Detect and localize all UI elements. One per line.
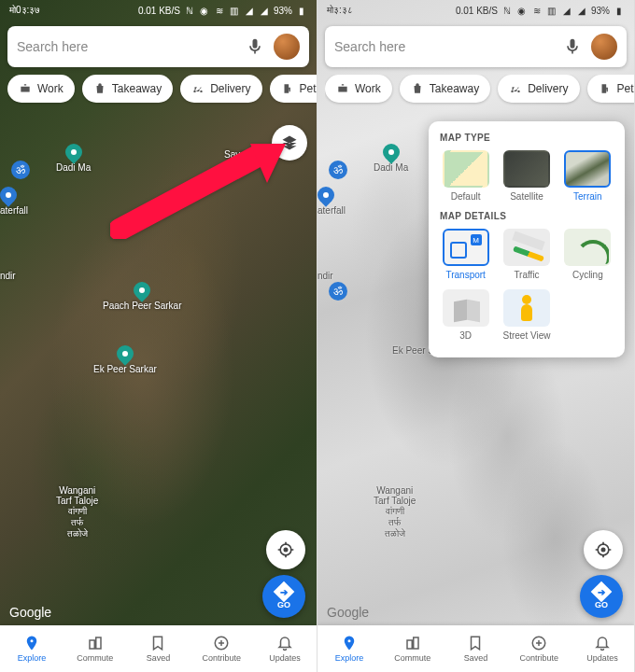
wifi-icon: ◢ <box>244 5 255 16</box>
poi-wangani[interactable]: Wangani Tarf Taloje वांगणी तर्फ तळोजे <box>56 485 98 539</box>
plus-circle-icon <box>530 635 547 651</box>
locate-button[interactable] <box>584 530 623 569</box>
data-rate: 0.01 KB/S <box>138 6 180 16</box>
pump-icon <box>599 82 612 95</box>
map-details-row-1: Transport Traffic Cycling <box>440 229 614 280</box>
go-button[interactable]: ➔ GO <box>262 575 305 618</box>
bookmark-icon <box>467 635 484 651</box>
chip-delivery[interactable]: Delivery <box>498 75 579 103</box>
tile-default[interactable]: Default <box>440 150 491 202</box>
search-bar[interactable]: Search here <box>325 26 627 67</box>
poi-label: Wangani Tarf Taloje वांगणी तर्फ तळोजे <box>56 485 98 539</box>
mic-icon[interactable] <box>563 37 582 56</box>
plus-circle-icon <box>213 635 230 651</box>
chip-row[interactable]: Work Takeaway Delivery Petrol <box>325 75 634 106</box>
avatar[interactable] <box>274 34 300 60</box>
chip-work[interactable]: Work <box>325 75 392 103</box>
chip-label: Work <box>37 82 64 95</box>
nav-label: Updates <box>586 653 618 663</box>
signal-icon: ◢ <box>576 5 587 16</box>
building-icon <box>404 635 421 651</box>
battery-pct: 93% <box>591 6 610 16</box>
bottom-nav: Explore Commute Saved Contribute Updates <box>0 625 317 672</box>
svg-point-3 <box>284 548 287 551</box>
location-icon: ◉ <box>516 5 528 16</box>
nav-label: Commute <box>394 653 430 663</box>
status-bar: मो0३:३७ 0.01 KB/S ℕ ◉ ≋ ▥ ◢ ◢ 93% ▮ <box>0 0 317 21</box>
chip-petrol[interactable]: Petrol <box>587 75 635 103</box>
chip-delivery[interactable]: Delivery <box>180 75 261 103</box>
nav-saved[interactable]: Saved <box>127 625 190 672</box>
crosshair-icon <box>276 540 295 559</box>
poi-label: aterfall <box>318 205 346 216</box>
nav-contribute[interactable]: Contribute <box>507 625 571 672</box>
tile-terrain[interactable]: Terrain <box>562 150 614 202</box>
poi-label: aterfall <box>0 205 28 216</box>
nav-saved[interactable]: Saved <box>444 625 508 672</box>
bottom-nav: Explore Commute Saved Contribute Updates <box>318 625 634 672</box>
chip-label: Delivery <box>210 82 250 95</box>
chip-takeaway[interactable]: Takeaway <box>82 75 173 103</box>
chip-label: Takeaway <box>112 82 162 95</box>
thumb-satellite-icon <box>503 150 550 188</box>
building-icon <box>87 635 104 651</box>
poi-ndir[interactable]: ndir <box>318 271 333 281</box>
nav-explore[interactable]: Explore <box>318 625 381 672</box>
thumb-traffic-icon <box>503 229 550 266</box>
go-button[interactable]: ➔ GO <box>580 575 623 618</box>
battery-icon: ▮ <box>296 5 307 16</box>
bookmark-icon <box>149 635 166 651</box>
status-time: मो0३:३७ <box>9 5 40 16</box>
nav-contribute[interactable]: Contribute <box>190 625 253 672</box>
poi-ndir[interactable]: ndir <box>0 271 16 281</box>
nav-explore[interactable]: Explore <box>0 625 64 672</box>
tile-label: Satellite <box>510 191 543 202</box>
chip-petrol[interactable]: Petrol <box>270 75 318 103</box>
nav-updates[interactable]: Updates <box>571 625 634 672</box>
tile-cycling[interactable]: Cycling <box>562 229 614 280</box>
avatar[interactable] <box>591 34 617 60</box>
chip-row[interactable]: Work Takeaway Delivery Petrol <box>7 75 317 106</box>
locate-button[interactable] <box>266 530 305 569</box>
nav-commute[interactable]: Commute <box>381 625 444 672</box>
chip-work[interactable]: Work <box>7 75 75 103</box>
svg-point-10 <box>601 548 604 551</box>
poi-label: ndir <box>318 271 333 281</box>
tile-label: Terrain <box>573 191 602 202</box>
thumb-cycling-icon <box>564 229 611 266</box>
thumb-default-icon <box>443 150 489 188</box>
poi-wangani[interactable]: Wangani Tarf Taloje वांगणी तर्फ तळोजे <box>374 485 416 539</box>
poi-dadi-ma[interactable]: Dadi Ma <box>374 144 408 173</box>
scooter-icon <box>509 82 522 95</box>
bag-icon <box>411 82 424 95</box>
search-placeholder: Search here <box>17 39 246 54</box>
thumb-transport-icon <box>443 229 489 266</box>
tile-transport[interactable]: Transport <box>440 229 491 280</box>
annotation-arrow <box>110 136 288 243</box>
poi-paach[interactable]: Paach Peer Sarkar <box>103 282 182 311</box>
status-bar: मो३:३८ 0.01 KB/S ℕ ◉ ≋ ▥ ◢ ◢ 93% ▮ <box>318 0 634 21</box>
nav-label: Contribute <box>520 653 559 663</box>
temple-icon[interactable]: ॐ <box>329 282 347 301</box>
tile-3d[interactable]: 3D <box>440 289 491 341</box>
signal-icon: ◢ <box>259 5 270 16</box>
tile-traffic[interactable]: Traffic <box>501 229 552 280</box>
search-bar[interactable]: Search here <box>7 26 309 67</box>
nav-commute[interactable]: Commute <box>64 625 127 672</box>
thumb-terrain-icon <box>564 150 611 188</box>
temple-icon[interactable]: ॐ <box>329 161 347 179</box>
poi-waterfall[interactable]: aterfall <box>0 187 28 216</box>
poi-ek-peer[interactable]: Ek Peer Sarkar <box>93 345 157 374</box>
panel-title-details: MAP DETAILS <box>440 211 614 221</box>
poi-dadi-ma[interactable]: Dadi Ma <box>56 144 91 173</box>
chip-takeaway[interactable]: Takeaway <box>400 75 490 103</box>
nfc-icon: ℕ <box>184 5 195 16</box>
temple-icon[interactable]: ॐ <box>11 161 30 179</box>
tile-street-view[interactable]: Street View <box>501 289 552 341</box>
mic-icon[interactable] <box>246 37 264 56</box>
tile-satellite[interactable]: Satellite <box>501 150 552 202</box>
map-details-row-2: 3D Street View <box>440 289 614 341</box>
nav-updates[interactable]: Updates <box>253 625 317 672</box>
nav-label: Updates <box>269 653 301 663</box>
poi-waterfall[interactable]: aterfall <box>318 187 346 216</box>
